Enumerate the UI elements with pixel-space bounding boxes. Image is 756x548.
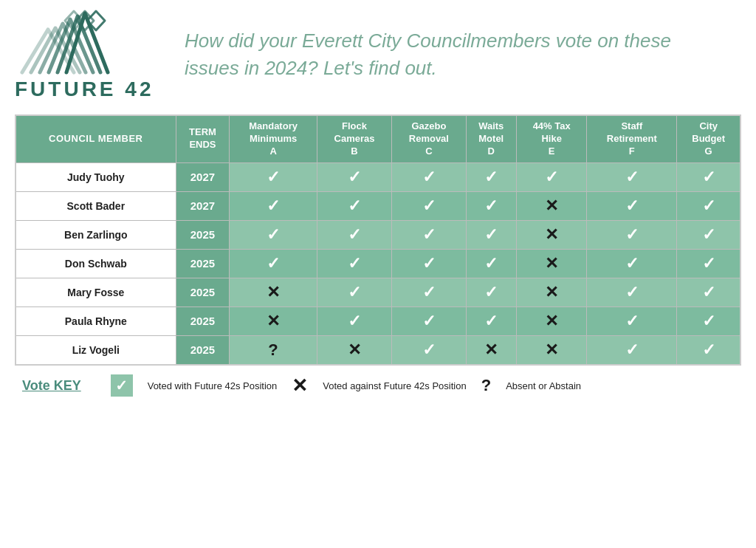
cross-icon: ✕ bbox=[545, 225, 558, 244]
vote-cell-d: ✕ bbox=[466, 335, 517, 365]
col-header-g: City Budget G bbox=[677, 115, 740, 162]
check-icon: ✓ bbox=[484, 254, 498, 273]
table-header-row: COUNCIL MEMBER TERM ENDS Mandatory Minim… bbox=[16, 115, 740, 162]
cross-icon: ✕ bbox=[267, 312, 280, 331]
legend-check-icon: ✓ bbox=[111, 374, 133, 397]
logo-area: FUTURE 42 bbox=[15, 7, 162, 101]
cross-icon: ✕ bbox=[545, 196, 558, 216]
term-year: 2027 bbox=[176, 162, 230, 191]
vote-cell-e: ✕ bbox=[517, 249, 587, 278]
vote-cell-b: ✓ bbox=[317, 249, 391, 278]
check-icon: ✓ bbox=[702, 225, 715, 244]
vote-cell-f: ✓ bbox=[587, 220, 677, 249]
vote-cell-a: ✓ bbox=[230, 220, 317, 249]
legend-against-text: Voted against Future 42s Position bbox=[323, 380, 466, 391]
check-icon: ✓ bbox=[267, 254, 280, 273]
vote-cell-c: ✓ bbox=[392, 335, 466, 365]
vote-cell-g: ✓ bbox=[677, 191, 740, 220]
vote-cell-f: ✓ bbox=[587, 162, 677, 191]
legend-question-icon: ? bbox=[481, 376, 491, 395]
vote-cell-g: ✓ bbox=[677, 306, 740, 335]
col-header-d: Waits Motel D bbox=[466, 115, 517, 162]
legend-cross-icon: ✕ bbox=[292, 374, 308, 397]
vote-cell-g: ✓ bbox=[677, 220, 740, 249]
check-icon: ✓ bbox=[625, 196, 639, 216]
vote-cell-b: ✓ bbox=[317, 306, 391, 335]
vote-cell-g: ✓ bbox=[677, 162, 740, 191]
vote-cell-b: ✓ bbox=[317, 191, 391, 220]
vote-cell-f: ✓ bbox=[587, 278, 677, 306]
vote-cell-g: ✓ bbox=[677, 249, 740, 278]
check-icon: ✓ bbox=[422, 340, 436, 360]
legend-absent-text: Absent or Abstain bbox=[506, 380, 581, 391]
term-year: 2027 bbox=[176, 191, 230, 220]
vote-cell-a: ? bbox=[230, 335, 317, 365]
check-icon: ✓ bbox=[267, 168, 280, 187]
check-icon: ✓ bbox=[702, 283, 715, 302]
cross-icon: ✕ bbox=[545, 340, 558, 360]
check-icon: ✓ bbox=[267, 196, 280, 216]
vote-cell-c: ✓ bbox=[392, 249, 466, 278]
col-header-f: Staff Retirement F bbox=[587, 115, 677, 162]
check-icon: ✓ bbox=[625, 225, 639, 244]
table-row: Paula Rhyne 2025 ✕✓✓✓✕✓✓ bbox=[16, 306, 740, 335]
vote-cell-f: ✓ bbox=[587, 249, 677, 278]
member-name: Ben Zarlingo bbox=[16, 220, 176, 249]
vote-cell-c: ✓ bbox=[392, 220, 466, 249]
vote-cell-f: ✓ bbox=[587, 191, 677, 220]
vote-cell-d: ✓ bbox=[466, 278, 517, 306]
cross-icon: ✕ bbox=[348, 340, 361, 360]
col-header-member: COUNCIL MEMBER bbox=[16, 115, 176, 162]
vote-cell-d: ✓ bbox=[466, 306, 517, 335]
col-header-b: Flock Cameras B bbox=[317, 115, 391, 162]
check-icon: ✓ bbox=[422, 168, 436, 187]
member-name: Scott Bader bbox=[16, 191, 176, 220]
term-year: 2025 bbox=[176, 249, 230, 278]
check-icon: ✓ bbox=[484, 168, 498, 187]
col-header-c: Gazebo Removal C bbox=[392, 115, 466, 162]
vote-cell-c: ✓ bbox=[392, 306, 466, 335]
legend-with-text: Voted with Future 42s Position bbox=[148, 380, 278, 391]
header: FUTURE 42 How did your Everett City Coun… bbox=[15, 7, 741, 101]
vote-cell-c: ✓ bbox=[392, 278, 466, 306]
table-row: Mary Fosse 2025 ✕✓✓✓✕✓✓ bbox=[16, 278, 740, 306]
member-name: Don Schwab bbox=[16, 249, 176, 278]
member-name: Judy Tuohy bbox=[16, 162, 176, 191]
vote-cell-b: ✕ bbox=[317, 335, 391, 365]
vote-cell-a: ✕ bbox=[230, 306, 317, 335]
votes-table: COUNCIL MEMBER TERM ENDS Mandatory Minim… bbox=[15, 114, 741, 366]
check-icon: ✓ bbox=[348, 254, 361, 273]
vote-cell-e: ✕ bbox=[517, 306, 587, 335]
page-wrapper: FUTURE 42 How did your Everett City Coun… bbox=[0, 0, 756, 412]
cross-icon: ✕ bbox=[545, 283, 558, 302]
check-icon: ✓ bbox=[702, 196, 715, 216]
vote-cell-a: ✓ bbox=[230, 162, 317, 191]
check-icon: ✓ bbox=[702, 340, 715, 360]
vote-cell-e: ✕ bbox=[517, 220, 587, 249]
vote-cell-e: ✕ bbox=[517, 278, 587, 306]
vote-cell-b: ✓ bbox=[317, 220, 391, 249]
vote-cell-d: ✓ bbox=[466, 191, 517, 220]
check-icon: ✓ bbox=[625, 283, 639, 302]
table-row: Don Schwab 2025 ✓✓✓✓✕✓✓ bbox=[16, 249, 740, 278]
vote-cell-d: ✓ bbox=[466, 249, 517, 278]
vote-cell-a: ✕ bbox=[230, 278, 317, 306]
check-icon: ✓ bbox=[625, 168, 639, 187]
term-year: 2025 bbox=[176, 220, 230, 249]
check-icon: ✓ bbox=[625, 254, 639, 273]
check-icon: ✓ bbox=[484, 196, 498, 216]
vote-key-label[interactable]: Vote KEY bbox=[22, 378, 81, 394]
vote-cell-f: ✓ bbox=[587, 306, 677, 335]
check-icon: ✓ bbox=[348, 196, 361, 216]
term-year: 2025 bbox=[176, 335, 230, 365]
check-icon: ✓ bbox=[484, 283, 498, 302]
table-row: Scott Bader 2027 ✓✓✓✓✕✓✓ bbox=[16, 191, 740, 220]
table-container: COUNCIL MEMBER TERM ENDS Mandatory Minim… bbox=[15, 114, 741, 366]
vote-cell-b: ✓ bbox=[317, 278, 391, 306]
check-icon: ✓ bbox=[348, 283, 361, 302]
check-icon: ✓ bbox=[702, 168, 715, 187]
col-header-e: 44% Tax Hike E bbox=[517, 115, 587, 162]
table-row: Ben Zarlingo 2025 ✓✓✓✓✕✓✓ bbox=[16, 220, 740, 249]
term-year: 2025 bbox=[176, 306, 230, 335]
check-icon: ✓ bbox=[348, 225, 361, 244]
